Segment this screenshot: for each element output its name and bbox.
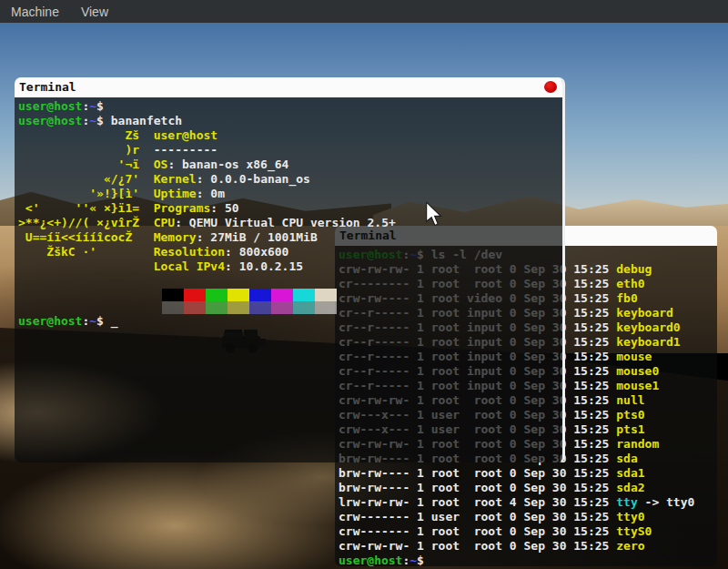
fetch-line: '¬ï OS: banan-os x86_64 bbox=[18, 157, 559, 172]
ls-row: lrw-rw-rw- 1 root root 4 Sep 30 15:25 tt… bbox=[339, 495, 713, 510]
fetch-line: <' ''« ×}ï1= Programs: 50 bbox=[18, 201, 559, 216]
palette-swatch bbox=[271, 301, 293, 314]
palette-swatch bbox=[184, 301, 206, 314]
fetch-line: U==íï<<íííîcocŽ Memory: 27MiB / 1001MiB bbox=[18, 230, 559, 245]
prompt-line: user@host:~$ bbox=[18, 99, 559, 114]
palette-swatch bbox=[184, 289, 206, 301]
fetch-line: Local IPv4: 10.0.2.15 bbox=[18, 259, 559, 274]
palette-swatch bbox=[162, 301, 184, 314]
fetch-line: ŽškC ·' Resolution: 800x600 bbox=[18, 245, 559, 259]
palette-swatch bbox=[249, 301, 271, 314]
fetch-line: Zš user@host bbox=[18, 128, 559, 143]
palette-swatch bbox=[228, 289, 249, 301]
terminal-content[interactable]: user@host:~$ user@host:~$ bananfetch Zš … bbox=[15, 97, 562, 462]
palette-swatch bbox=[206, 289, 228, 301]
ls-row: brw-rw---- 1 root root 0 Sep 30 15:25 sd… bbox=[339, 481, 713, 495]
palette-swatch bbox=[293, 289, 315, 301]
command-line-bananfetch: user@host:~$ bananfetch bbox=[18, 114, 559, 128]
palette-row-bright bbox=[162, 301, 559, 314]
palette-swatch bbox=[315, 301, 337, 314]
menu-item-machine[interactable]: Machine bbox=[11, 5, 59, 19]
window-title: Terminal bbox=[15, 77, 76, 97]
palette-swatch bbox=[249, 289, 271, 301]
menu-item-view[interactable]: View bbox=[81, 5, 108, 19]
mouse-cursor-icon bbox=[426, 202, 442, 227]
ls-row: crw-rw-rw- 1 root root 0 Sep 30 15:25 ze… bbox=[339, 539, 713, 554]
fetch-line: «/¿7' Kernel: 0.0.0-banan_os bbox=[18, 172, 559, 187]
palette-row-normal bbox=[162, 289, 559, 301]
ls-row: crw------- 1 root root 0 Sep 30 15:25 tt… bbox=[339, 524, 713, 539]
desktop: Machine View Terminal user@host:~$ ls -l… bbox=[0, 0, 728, 569]
prompt-line-active: user@host:~$ _ bbox=[339, 554, 713, 566]
blank-line bbox=[18, 274, 559, 289]
palette-swatch bbox=[271, 289, 293, 301]
terminal-window-front[interactable]: Terminal user@host:~$ user@host:~$ banan… bbox=[15, 77, 565, 462]
palette-swatch bbox=[228, 301, 249, 314]
fetch-line: )r --------- bbox=[18, 143, 559, 157]
palette-swatch bbox=[206, 301, 228, 314]
palette-swatch bbox=[315, 289, 337, 301]
fetch-line: >**¿<+)//( ×¿vîrŽ CPU: QEMU Virtual CPU … bbox=[18, 216, 559, 230]
prompt-line-active: user@host:~$ _ bbox=[18, 314, 559, 329]
fetch-line: '»!}[ì' Uptime: 0m bbox=[18, 187, 559, 201]
window-titlebar[interactable]: Terminal bbox=[15, 77, 562, 97]
ls-row: brw-rw---- 1 root root 0 Sep 30 15:25 sd… bbox=[339, 466, 713, 481]
ls-row: crw------- 1 user root 0 Sep 30 15:25 tt… bbox=[339, 510, 713, 524]
close-button-icon[interactable] bbox=[544, 81, 557, 93]
menu-bar: Machine View bbox=[0, 0, 728, 23]
palette-swatch bbox=[293, 301, 315, 314]
palette-swatch bbox=[162, 289, 184, 301]
